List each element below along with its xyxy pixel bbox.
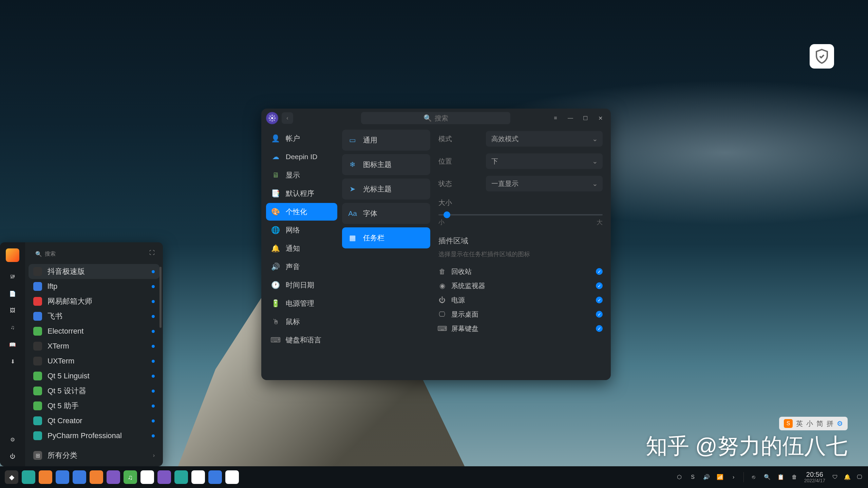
maximize-button[interactable]: ☐ — [580, 112, 591, 124]
close-button[interactable]: ✕ — [595, 112, 606, 124]
taskbar-calendar[interactable] — [140, 470, 154, 484]
picture-icon[interactable]: 🖼 — [9, 307, 16, 314]
app-item-1[interactable]: lftp — [29, 279, 159, 294]
nav-defaults[interactable]: 📑默认程序 — [266, 185, 337, 202]
taskbar-file-manager[interactable] — [56, 470, 69, 484]
mode-select[interactable]: 高效模式 — [486, 131, 603, 147]
taskbar-multitask[interactable] — [22, 470, 35, 484]
taskbar-gallery[interactable] — [107, 470, 120, 484]
all-categories-item[interactable]: ⊞ 所有分类 › — [29, 448, 159, 463]
toggle-check[interactable]: ✓ — [596, 297, 603, 303]
taskbar-launcher[interactable]: ◆ — [5, 470, 18, 484]
battery-icon: 🔋 — [271, 299, 280, 308]
size-slider[interactable] — [438, 214, 603, 215]
nav-display[interactable]: 🖥显示 — [266, 166, 337, 184]
app-item-7[interactable]: Qt 5 Linguist — [29, 369, 159, 383]
app-item-9[interactable]: Qt 5 助手 — [29, 398, 159, 413]
new-indicator-dot — [152, 300, 155, 303]
taskbar-clock[interactable]: 20:56 2022/4/17 — [804, 471, 825, 483]
toggle-check[interactable]: ✓ — [596, 311, 603, 318]
toggle-check[interactable]: ✓ — [596, 268, 603, 275]
new-indicator-dot — [152, 375, 155, 378]
nav-personalize[interactable]: 🎨个性化 — [266, 203, 337, 221]
app-item-4[interactable]: Electorrent — [29, 324, 159, 339]
tray-volume-icon[interactable]: 🔊 — [703, 473, 710, 481]
toggle-check[interactable]: ✓ — [596, 325, 603, 332]
app-item-2[interactable]: 网易邮箱大师 — [29, 294, 159, 309]
tray-shield-icon[interactable]: 🛡 — [831, 473, 839, 481]
app-item-11[interactable]: PyCharm Professional — [29, 428, 159, 443]
back-button[interactable]: ‹ — [282, 112, 293, 124]
tray-sogou-icon[interactable]: S — [689, 473, 697, 481]
tray-cube-icon[interactable]: ⬡ — [676, 473, 683, 481]
nav-person[interactable]: 👤帐户 — [266, 130, 337, 147]
nav-network[interactable]: 🌐网络 — [266, 221, 337, 239]
document-icon[interactable]: 📄 — [9, 290, 16, 297]
app-item-3[interactable]: 飞书 — [29, 309, 159, 324]
app-item-5[interactable]: XTerm — [29, 339, 159, 354]
app-icon — [33, 357, 42, 365]
subnav-cursor[interactable]: ➤光标主题 — [342, 179, 430, 200]
search-icon: 🔍 — [35, 251, 42, 257]
tray-desktop-icon[interactable]: 🖵 — [856, 473, 863, 481]
position-select[interactable]: 下 — [486, 153, 603, 169]
size-row: 大小 小 大 — [438, 198, 603, 226]
desktop-icon: 🖵 — [438, 311, 446, 318]
nav-battery[interactable]: 🔋电源管理 — [266, 295, 337, 312]
search-icon: 🔍 — [423, 114, 432, 122]
state-select[interactable]: 一直显示 — [486, 176, 603, 191]
taskbar-text-editor[interactable] — [225, 470, 239, 484]
minimize-button[interactable]: — — [565, 112, 576, 124]
app-item-6[interactable]: UXTerm — [29, 354, 159, 369]
toggle-check[interactable]: ✓ — [596, 282, 603, 289]
start-menu-search[interactable]: 🔍 搜索 ⛶ — [31, 247, 157, 261]
nav-keyboard[interactable]: ⌨键盘和语言 — [266, 331, 337, 349]
taskbar-security[interactable] — [174, 470, 188, 484]
ime-indicator[interactable]: S 英 小 简 拼 ⚙ — [779, 417, 848, 430]
tray-chevron-icon[interactable]: › — [730, 473, 737, 481]
start-menu-scrollbar[interactable] — [159, 267, 162, 447]
taskbar-vscode[interactable] — [208, 470, 222, 484]
app-item-8[interactable]: Qt 5 设计器 — [29, 383, 159, 398]
settings-titlebar: ‹ 🔍 搜索 ≡ — ☐ ✕ — [261, 109, 611, 128]
subnav-window[interactable]: ▭通用 — [342, 130, 430, 151]
nav-sound[interactable]: 🔊声音 — [266, 258, 337, 276]
menu-button[interactable]: ≡ — [550, 112, 561, 124]
app-icon — [33, 401, 42, 410]
power-icon[interactable]: ⏻ — [9, 453, 16, 460]
nav-cloud[interactable]: ☁Deepin ID — [266, 148, 337, 166]
subnav-font[interactable]: Aa字体 — [342, 203, 430, 224]
taskbar-music[interactable]: ♫ — [124, 470, 137, 484]
taskbar-notes[interactable] — [90, 470, 103, 484]
taskbar-chrome[interactable] — [191, 470, 205, 484]
tray-trash-icon[interactable]: 🗑 — [791, 473, 798, 481]
search-placeholder: 搜索 — [45, 250, 56, 258]
tray-bell-icon[interactable]: 🔔 — [844, 473, 851, 481]
settings-search[interactable]: 🔍 搜索 — [361, 112, 510, 124]
app-item-10[interactable]: Qt Creator — [29, 413, 159, 428]
nav-bell[interactable]: 🔔通知 — [266, 240, 337, 257]
tray-clipboard-icon[interactable]: 📋 — [777, 473, 785, 481]
nav-clock[interactable]: 🕐时间日期 — [266, 276, 337, 294]
tray-search-icon[interactable]: 🔍 — [763, 473, 771, 481]
download-icon[interactable]: ⬇ — [9, 358, 16, 365]
osk-icon: ⌨ — [438, 325, 446, 332]
gear-icon[interactable]: ⚙ — [837, 419, 843, 428]
desktop-shortcut-security[interactable] — [810, 44, 834, 69]
expand-icon[interactable]: ⛶ — [149, 250, 155, 256]
tray-usb-icon[interactable]: ⎋ — [750, 473, 757, 481]
app-item-0[interactable]: 抖音极速版 — [29, 264, 159, 279]
book-icon[interactable]: 📖 — [9, 341, 16, 348]
tray-wifi-icon[interactable]: 📶 — [716, 473, 724, 481]
subnav-taskbar[interactable]: ▦任务栏 — [342, 227, 430, 248]
settings-icon[interactable]: ⚙ — [9, 436, 16, 443]
taskbar-appstore[interactable] — [39, 470, 52, 484]
music-icon[interactable]: ♫ — [9, 324, 16, 331]
subnav-snowflake[interactable]: ❄图标主题 — [342, 154, 430, 175]
user-avatar[interactable] — [6, 248, 19, 262]
taskbar-settings-gear[interactable] — [157, 470, 171, 484]
nav-mouse[interactable]: 🖱鼠标 — [266, 313, 337, 331]
computer-icon[interactable]: 🖳 — [9, 273, 16, 280]
keyboard-icon: ⌨ — [271, 335, 280, 345]
taskbar-browser[interactable] — [73, 470, 86, 484]
